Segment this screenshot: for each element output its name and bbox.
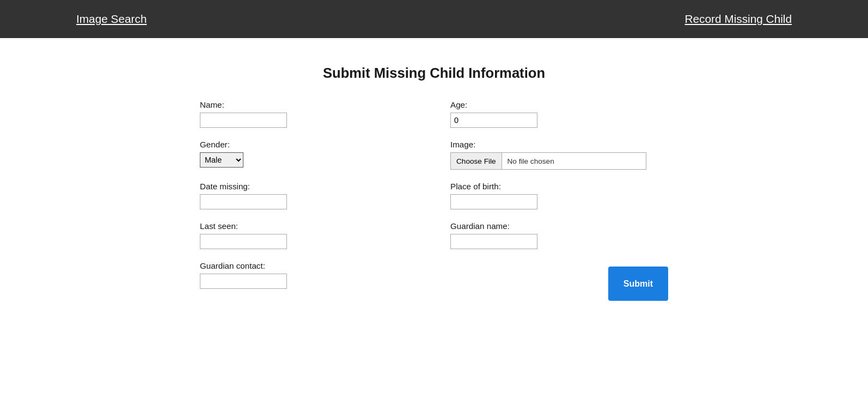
- last-seen-group: Last seen:: [200, 221, 418, 249]
- choose-file-button[interactable]: Choose File: [451, 153, 502, 169]
- name-group: Name:: [200, 100, 418, 128]
- name-label: Name:: [200, 100, 418, 109]
- last-seen-label: Last seen:: [200, 221, 418, 231]
- file-input-wrapper: Choose File No file chosen: [450, 152, 646, 170]
- page-title: Submit Missing Child Information: [200, 65, 668, 81]
- image-label: Image:: [450, 140, 668, 149]
- name-input[interactable]: [200, 113, 287, 128]
- image-group: Image: Choose File No file chosen: [450, 140, 668, 170]
- guardian-name-input[interactable]: [450, 234, 537, 249]
- image-search-link[interactable]: Image Search: [76, 13, 146, 26]
- submit-row: Submit: [450, 267, 668, 301]
- guardian-contact-label: Guardian contact:: [200, 261, 418, 270]
- place-of-birth-label: Place of birth:: [450, 182, 668, 191]
- file-name-display: No file chosen: [502, 157, 646, 165]
- guardian-name-group: Guardian name:: [450, 221, 668, 249]
- age-label: Age:: [450, 100, 668, 109]
- place-of-birth-group: Place of birth:: [450, 182, 668, 209]
- record-missing-child-link[interactable]: Record Missing Child: [685, 13, 792, 26]
- age-input[interactable]: [450, 113, 537, 128]
- last-seen-input[interactable]: [200, 234, 287, 249]
- gender-label: Gender:: [200, 140, 418, 149]
- guardian-name-label: Guardian name:: [450, 221, 668, 231]
- age-group: Age:: [450, 100, 668, 128]
- form-grid: Name: Age: Gender: Male Female Image:: [200, 100, 668, 301]
- gender-group: Gender: Male Female: [200, 140, 418, 170]
- gender-select[interactable]: Male Female: [200, 152, 243, 168]
- missing-child-form: Name: Age: Gender: Male Female Image:: [200, 100, 668, 301]
- submit-button[interactable]: Submit: [608, 267, 668, 301]
- guardian-contact-group: Guardian contact:: [200, 261, 418, 289]
- main-content: Submit Missing Child Information Name: A…: [189, 65, 679, 301]
- date-missing-input[interactable]: [200, 194, 287, 209]
- date-missing-group: Date missing:: [200, 182, 418, 209]
- navbar: Image Search Record Missing Child: [0, 0, 868, 38]
- guardian-contact-input[interactable]: [200, 274, 287, 289]
- date-missing-label: Date missing:: [200, 182, 418, 191]
- place-of-birth-input[interactable]: [450, 194, 537, 209]
